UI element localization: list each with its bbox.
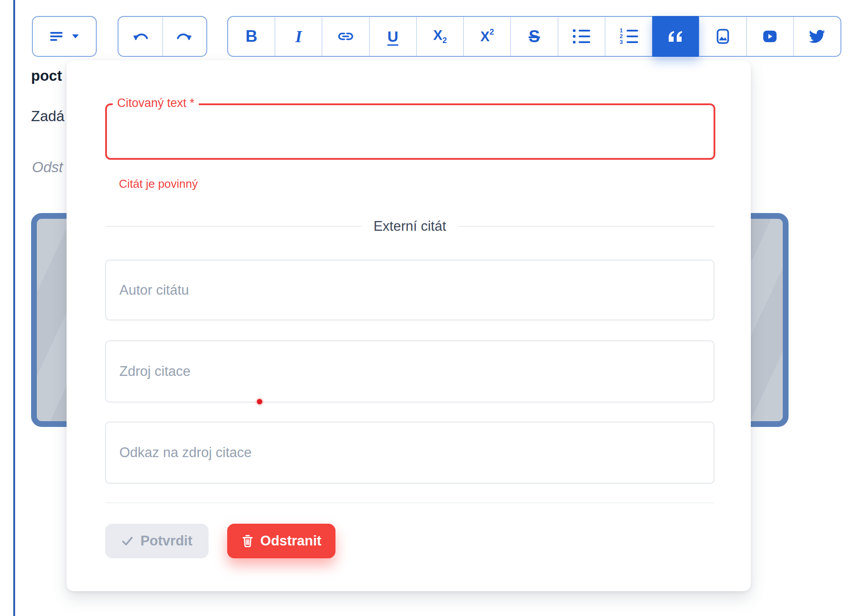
youtube-icon — [762, 30, 778, 43]
dialog-footer: Potvrdit Odstranit — [105, 524, 335, 558]
editor-screen: poct Zadá Odst — [0, 0, 852, 616]
quote-required-error: Citát je povinný — [119, 177, 198, 191]
quote-author-input[interactable] — [105, 260, 714, 320]
delete-button[interactable]: Odstranit — [227, 524, 335, 558]
insert-image-button[interactable] — [699, 17, 746, 56]
confirm-label: Potvrdit — [140, 533, 192, 549]
blockquote-button-active[interactable] — [652, 16, 699, 57]
align-dropdown-button[interactable] — [33, 17, 96, 56]
blockquote-icon — [667, 31, 684, 42]
underline-icon: U — [387, 28, 398, 45]
strikethrough-button[interactable]: S — [511, 17, 558, 56]
quote-source-link-input[interactable] — [105, 422, 714, 484]
redo-button[interactable] — [163, 17, 207, 56]
undo-button[interactable] — [118, 17, 163, 56]
superscript-button[interactable]: X2 — [464, 17, 511, 56]
align-left-icon — [49, 31, 64, 42]
bulleted-list-button[interactable] — [558, 17, 605, 56]
bold-button[interactable]: B — [228, 17, 275, 56]
bulleted-list-icon — [573, 29, 590, 43]
italic-button[interactable]: I — [275, 17, 322, 56]
link-button[interactable] — [322, 17, 369, 56]
subscript-button[interactable]: X2 — [417, 17, 464, 56]
quoted-text-input[interactable] — [107, 105, 714, 158]
underline-button[interactable]: U — [370, 17, 417, 56]
confirm-button[interactable]: Potvrdit — [105, 524, 209, 558]
numbered-list-button[interactable]: 1 2 3 — [605, 17, 652, 56]
click-indicator-dot — [257, 399, 262, 404]
superscript-icon: X2 — [480, 30, 494, 43]
insert-youtube-button[interactable] — [747, 17, 794, 56]
checkmark-icon — [121, 536, 134, 546]
link-icon — [336, 30, 355, 43]
insert-twitter-button[interactable] — [794, 17, 840, 56]
trash-icon — [241, 534, 254, 548]
formatting-group: B I U X2 — [227, 16, 841, 57]
divider-line — [458, 226, 714, 227]
footer-divider — [105, 502, 714, 503]
delete-label: Odstranit — [260, 533, 322, 549]
external-quote-title: Externí citát — [374, 218, 446, 234]
history-group — [118, 16, 207, 57]
bold-icon: B — [245, 27, 257, 46]
quoted-text-field-wrapper — [105, 103, 715, 160]
background-text-clipped: Odst — [32, 159, 63, 176]
background-text-clipped: poct — [31, 67, 62, 84]
italic-icon: I — [295, 27, 302, 46]
subscript-icon: X2 — [433, 28, 447, 44]
blockquote-edit-dialog: Citovaný text * Citát je povinný Externí… — [67, 60, 751, 591]
background-text-clipped: Zadá — [31, 108, 64, 125]
external-quote-divider: Externí citát — [105, 218, 714, 234]
strikethrough-icon: S — [529, 27, 540, 46]
divider-line — [105, 226, 361, 227]
image-icon — [714, 28, 731, 45]
editor-left-border — [13, 0, 15, 616]
numbered-list-icon: 1 2 3 — [619, 29, 638, 43]
twitter-icon — [809, 28, 825, 44]
quoted-text-label: Citovaný text * — [113, 96, 199, 110]
chevron-down-icon — [71, 34, 79, 39]
paragraph-format-group — [32, 16, 97, 57]
quote-source-input[interactable] — [105, 340, 714, 403]
